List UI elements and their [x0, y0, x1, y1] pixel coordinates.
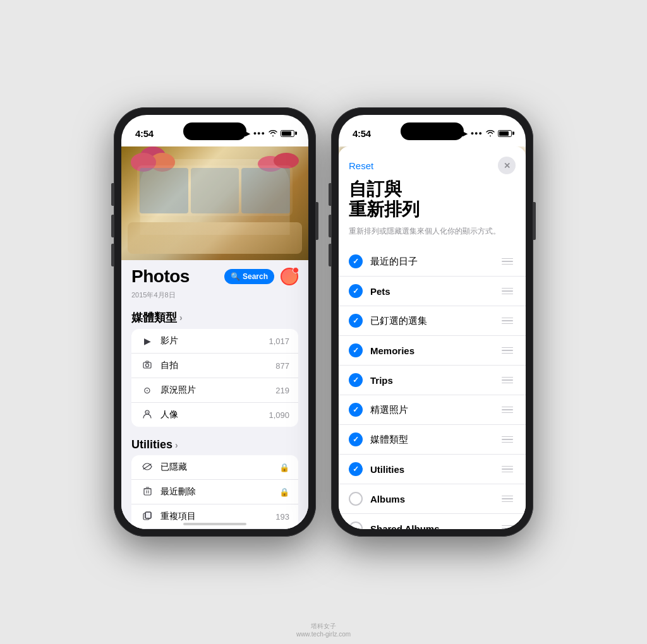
modal-list-item[interactable]: Albums — [339, 484, 526, 514]
watermark-text: 塔科女子 — [311, 623, 336, 629]
scene: 4:54 ▶ ●●● — [114, 107, 533, 537]
list-item[interactable]: 人像 1,090 — [131, 403, 298, 427]
utilities-section-arrow: › — [175, 440, 178, 450]
item-label: Trips — [370, 375, 492, 386]
status-time-2: 4:54 — [353, 128, 371, 139]
drag-handle[interactable] — [499, 345, 516, 357]
list-item[interactable]: 最近刪除 🔒 — [131, 480, 298, 504]
modal-list-item[interactable]: ✓ Memories — [339, 336, 526, 366]
live-label: 原況照片 — [160, 385, 275, 396]
dynamic-island-2 — [401, 122, 464, 140]
drag-handle[interactable] — [499, 315, 516, 327]
hidden-icon — [140, 462, 154, 472]
checkbox-checked[interactable]: ✓ — [349, 314, 363, 328]
svg-line-4 — [143, 464, 151, 469]
drag-handle[interactable] — [499, 434, 516, 446]
drag-handle[interactable] — [499, 404, 516, 416]
utilities-section-title: Utilities — [131, 438, 172, 451]
list-item[interactable]: 重複項目 193 — [131, 504, 298, 529]
media-list: ▶ 影片 1,017 — [131, 329, 298, 427]
photos-actions: 🔍 Search — [224, 268, 298, 285]
watermark-url: www.tech-girlz.com — [296, 631, 351, 638]
modal-content: Reset ✕ 自訂與 重新排列 重新排列或隱藏選集來個人化你的顯示方式。 ✓ … — [339, 146, 526, 529]
photos-date: 2015年4月8日 — [121, 289, 308, 305]
item-label: Shared Albums — [370, 523, 492, 529]
media-section: 媒體類型 › ▶ 影片 1,017 — [121, 305, 308, 427]
modal-subtitle: 重新排列或隱藏選集來個人化你的顯示方式。 — [339, 226, 526, 247]
phone-1: 4:54 ▶ ●●● — [114, 107, 316, 537]
hidden-lock: 🔒 — [279, 463, 289, 472]
photos-title: Photos — [131, 266, 190, 287]
modal-top-bar: Reset ✕ — [339, 146, 526, 177]
video-label: 影片 — [160, 335, 269, 347]
drag-handle[interactable] — [499, 256, 516, 268]
wifi-icon — [269, 129, 277, 138]
drag-handle[interactable] — [499, 493, 516, 505]
utilities-section: Utilities › 已隱藏 🔒 — [121, 433, 308, 529]
checkbox-checked[interactable]: ✓ — [349, 284, 363, 298]
modal-list-item[interactable]: ✓ 已釘選的選集 — [339, 306, 526, 336]
search-button[interactable]: 🔍 Search — [224, 269, 274, 284]
item-label: 最近的日子 — [370, 256, 492, 268]
list-item[interactable]: ⊙ 原況照片 219 — [131, 378, 298, 403]
status-time-1: 4:54 — [135, 128, 154, 139]
dynamic-island — [183, 122, 246, 140]
checkbox-unchecked[interactable] — [349, 522, 363, 529]
wifi-icon-2 — [486, 129, 495, 138]
portrait-icon — [140, 410, 154, 420]
hidden-label: 已隱藏 — [160, 462, 279, 473]
svg-point-3 — [147, 412, 148, 413]
search-label: Search — [243, 272, 268, 281]
drag-handle[interactable] — [499, 285, 516, 297]
avatar-button[interactable] — [281, 268, 298, 285]
live-count: 219 — [275, 386, 289, 395]
duplicate-label: 重複項目 — [160, 511, 275, 522]
checkbox-unchecked[interactable] — [349, 492, 363, 506]
header-image — [121, 146, 308, 260]
checkbox-checked[interactable]: ✓ — [349, 254, 363, 268]
drag-handle[interactable] — [499, 374, 516, 386]
svg-point-1 — [146, 364, 149, 367]
portrait-count: 1,090 — [269, 410, 289, 420]
duplicate-count: 193 — [275, 512, 289, 522]
photos-screen: Photos 🔍 Search 2015年4月8日 — [121, 146, 308, 529]
status-icons-1: ▶ ●●● — [245, 129, 294, 138]
drag-handle[interactable] — [499, 523, 516, 529]
signal-icon-2: ●●● — [471, 130, 483, 136]
portrait-label: 人像 — [160, 409, 269, 420]
svg-rect-10 — [145, 512, 151, 518]
selfie-icon — [140, 361, 154, 371]
item-label: Albums — [370, 494, 492, 504]
home-indicator — [183, 523, 246, 525]
checkbox-checked[interactable]: ✓ — [349, 343, 363, 357]
list-item[interactable]: 已隱藏 🔒 — [131, 455, 298, 480]
item-label: 已釘選的選集 — [370, 315, 492, 327]
battery-icon-2 — [498, 130, 512, 137]
checkbox-checked[interactable]: ✓ — [349, 432, 363, 446]
status-icons-2: ▶ ●●● — [463, 129, 512, 138]
modal-list-item[interactable]: ✓ Pets — [339, 277, 526, 306]
modal-list-item[interactable]: ✓ 精選照片 — [339, 395, 526, 425]
drag-handle[interactable] — [499, 463, 516, 475]
video-icon: ▶ — [140, 336, 154, 346]
modal-screen: Reset ✕ 自訂與 重新排列 重新排列或隱藏選集來個人化你的顯示方式。 ✓ … — [339, 146, 526, 529]
reset-button[interactable]: Reset — [349, 160, 373, 171]
modal-list-item[interactable]: ✓ 媒體類型 — [339, 425, 526, 455]
modal-list-item[interactable]: ✓ 最近的日子 — [339, 247, 526, 277]
item-label: Pets — [370, 286, 492, 297]
modal-list-item[interactable]: ✓ Trips — [339, 366, 526, 395]
checkbox-checked[interactable]: ✓ — [349, 462, 363, 476]
modal-list-item[interactable]: ✓ Utilities — [339, 455, 526, 484]
checkbox-checked[interactable]: ✓ — [349, 403, 363, 417]
item-label: Utilities — [370, 464, 492, 475]
list-item[interactable]: ▶ 影片 1,017 — [131, 329, 298, 354]
media-section-header[interactable]: 媒體類型 › — [131, 310, 298, 325]
modal-list-item[interactable]: Shared Albums — [339, 514, 526, 529]
item-label: Memories — [370, 345, 492, 356]
close-button[interactable]: ✕ — [498, 157, 516, 174]
video-count: 1,017 — [269, 337, 289, 346]
list-item[interactable]: 自拍 877 — [131, 354, 298, 378]
svg-rect-0 — [143, 362, 151, 368]
utilities-section-header[interactable]: Utilities › — [131, 438, 298, 451]
checkbox-checked[interactable]: ✓ — [349, 373, 363, 387]
